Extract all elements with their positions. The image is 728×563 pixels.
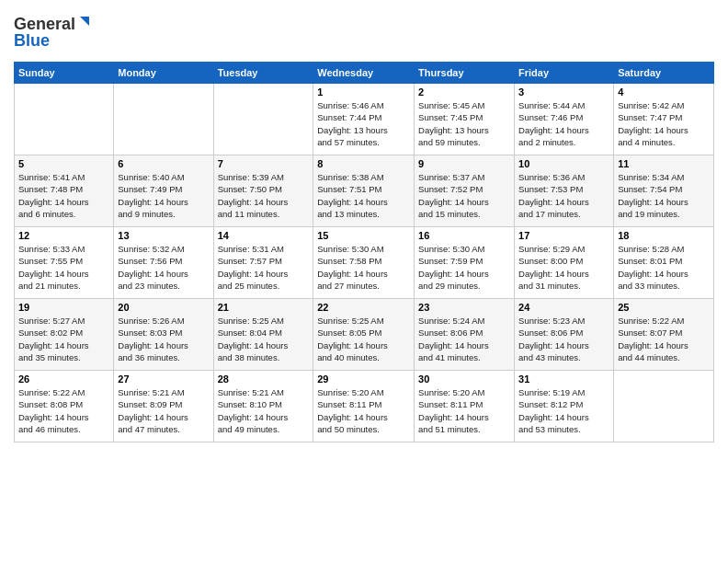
table-row: 4Sunrise: 5:42 AMSunset: 7:47 PMDaylight…: [614, 84, 714, 155]
logo: General Blue: [14, 9, 97, 54]
day-info: Sunrise: 5:41 AMSunset: 7:48 PMDaylight:…: [18, 171, 109, 220]
header-thursday: Thursday: [415, 63, 515, 84]
table-row: 10Sunrise: 5:36 AMSunset: 7:53 PMDayligh…: [515, 155, 614, 227]
table-row: 19Sunrise: 5:27 AMSunset: 8:02 PMDayligh…: [15, 299, 114, 371]
day-number: 5: [18, 158, 109, 169]
table-row: 11Sunrise: 5:34 AMSunset: 7:54 PMDayligh…: [614, 155, 714, 227]
day-number: 10: [518, 158, 609, 169]
week-row-1: 5Sunrise: 5:41 AMSunset: 7:48 PMDaylight…: [15, 155, 714, 227]
day-number: 19: [18, 302, 109, 313]
table-row: 9Sunrise: 5:37 AMSunset: 7:52 PMDaylight…: [415, 155, 515, 227]
header-monday: Monday: [114, 63, 213, 84]
table-row: 13Sunrise: 5:32 AMSunset: 7:56 PMDayligh…: [114, 227, 213, 299]
day-info: Sunrise: 5:38 AMSunset: 7:51 PMDaylight:…: [317, 171, 410, 220]
table-row: 1Sunrise: 5:46 AMSunset: 7:44 PMDaylight…: [313, 84, 415, 155]
week-row-2: 12Sunrise: 5:33 AMSunset: 7:55 PMDayligh…: [15, 227, 714, 299]
table-row: 25Sunrise: 5:22 AMSunset: 8:07 PMDayligh…: [614, 299, 714, 371]
week-row-3: 19Sunrise: 5:27 AMSunset: 8:02 PMDayligh…: [15, 299, 714, 371]
day-info: Sunrise: 5:22 AMSunset: 8:07 PMDaylight:…: [618, 315, 710, 363]
day-number: 2: [418, 86, 510, 98]
table-row: 24Sunrise: 5:23 AMSunset: 8:06 PMDayligh…: [515, 299, 614, 371]
day-info: Sunrise: 5:19 AMSunset: 8:12 PMDaylight:…: [518, 386, 609, 435]
day-info: Sunrise: 5:42 AMSunset: 7:47 PMDaylight:…: [618, 99, 710, 148]
svg-text:General: General: [14, 15, 75, 33]
page: General Blue Sunday Monday Tuesday Wedne…: [0, 0, 728, 563]
day-info: Sunrise: 5:39 AMSunset: 7:50 PMDaylight:…: [218, 171, 310, 220]
table-row: 12Sunrise: 5:33 AMSunset: 7:55 PMDayligh…: [15, 227, 114, 299]
day-info: Sunrise: 5:40 AMSunset: 7:49 PMDaylight:…: [118, 171, 209, 220]
table-row: 30Sunrise: 5:20 AMSunset: 8:11 PMDayligh…: [415, 371, 515, 442]
day-number: 18: [618, 230, 710, 241]
day-number: 3: [518, 86, 609, 98]
day-info: Sunrise: 5:45 AMSunset: 7:45 PMDaylight:…: [418, 99, 510, 148]
day-number: 24: [518, 302, 609, 313]
day-info: Sunrise: 5:29 AMSunset: 8:00 PMDaylight:…: [518, 243, 609, 292]
day-info: Sunrise: 5:32 AMSunset: 7:56 PMDaylight:…: [118, 243, 209, 292]
day-number: 12: [18, 230, 109, 241]
table-row: 23Sunrise: 5:24 AMSunset: 8:06 PMDayligh…: [415, 299, 515, 371]
day-info: Sunrise: 5:28 AMSunset: 8:01 PMDaylight:…: [618, 243, 710, 292]
day-info: Sunrise: 5:30 AMSunset: 7:58 PMDaylight:…: [317, 243, 410, 292]
day-number: 9: [418, 158, 510, 169]
day-number: 29: [317, 373, 410, 385]
day-number: 7: [218, 158, 310, 169]
day-number: 16: [418, 230, 510, 241]
day-number: 15: [317, 230, 410, 241]
table-row: [114, 84, 213, 155]
day-number: 17: [518, 230, 609, 241]
table-row: [614, 371, 714, 442]
day-number: 4: [618, 86, 710, 98]
day-number: 13: [118, 230, 209, 241]
table-row: 20Sunrise: 5:26 AMSunset: 8:03 PMDayligh…: [114, 299, 213, 371]
week-row-4: 26Sunrise: 5:22 AMSunset: 8:08 PMDayligh…: [15, 371, 714, 442]
day-info: Sunrise: 5:20 AMSunset: 8:11 PMDaylight:…: [317, 386, 410, 435]
day-number: 25: [618, 302, 710, 313]
table-row: 18Sunrise: 5:28 AMSunset: 8:01 PMDayligh…: [614, 227, 714, 299]
table-row: 6Sunrise: 5:40 AMSunset: 7:49 PMDaylight…: [114, 155, 213, 227]
day-info: Sunrise: 5:27 AMSunset: 8:02 PMDaylight:…: [18, 315, 109, 363]
day-info: Sunrise: 5:21 AMSunset: 8:09 PMDaylight:…: [118, 386, 209, 435]
table-row: 31Sunrise: 5:19 AMSunset: 8:12 PMDayligh…: [515, 371, 614, 442]
table-row: 5Sunrise: 5:41 AMSunset: 7:48 PMDaylight…: [15, 155, 114, 227]
day-info: Sunrise: 5:34 AMSunset: 7:54 PMDaylight:…: [618, 171, 710, 220]
day-number: 23: [418, 302, 510, 313]
header-saturday: Saturday: [614, 63, 714, 84]
day-info: Sunrise: 5:33 AMSunset: 7:55 PMDaylight:…: [18, 243, 109, 292]
day-info: Sunrise: 5:44 AMSunset: 7:46 PMDaylight:…: [518, 99, 609, 148]
day-info: Sunrise: 5:25 AMSunset: 8:04 PMDaylight:…: [218, 315, 310, 363]
day-number: 14: [218, 230, 310, 241]
table-row: 8Sunrise: 5:38 AMSunset: 7:51 PMDaylight…: [313, 155, 415, 227]
day-info: Sunrise: 5:23 AMSunset: 8:06 PMDaylight:…: [518, 315, 609, 363]
day-info: Sunrise: 5:46 AMSunset: 7:44 PMDaylight:…: [317, 99, 410, 148]
header: General Blue: [14, 9, 714, 54]
svg-marker-1: [80, 17, 89, 26]
day-info: Sunrise: 5:22 AMSunset: 8:08 PMDaylight:…: [18, 386, 109, 435]
day-number: 8: [317, 158, 410, 169]
table-row: 17Sunrise: 5:29 AMSunset: 8:00 PMDayligh…: [515, 227, 614, 299]
table-row: 3Sunrise: 5:44 AMSunset: 7:46 PMDaylight…: [515, 84, 614, 155]
table-row: 14Sunrise: 5:31 AMSunset: 7:57 PMDayligh…: [213, 227, 313, 299]
day-number: 27: [118, 373, 209, 385]
table-row: 27Sunrise: 5:21 AMSunset: 8:09 PMDayligh…: [114, 371, 213, 442]
table-row: 21Sunrise: 5:25 AMSunset: 8:04 PMDayligh…: [213, 299, 313, 371]
calendar-table: Sunday Monday Tuesday Wednesday Thursday…: [14, 62, 714, 442]
day-number: 31: [518, 373, 609, 385]
week-row-0: 1Sunrise: 5:46 AMSunset: 7:44 PMDaylight…: [15, 84, 714, 155]
day-info: Sunrise: 5:24 AMSunset: 8:06 PMDaylight:…: [418, 315, 510, 363]
table-row: [213, 84, 313, 155]
day-info: Sunrise: 5:26 AMSunset: 8:03 PMDaylight:…: [118, 315, 209, 363]
day-info: Sunrise: 5:20 AMSunset: 8:11 PMDaylight:…: [418, 386, 510, 435]
header-sunday: Sunday: [15, 63, 114, 84]
table-row: 16Sunrise: 5:30 AMSunset: 7:59 PMDayligh…: [415, 227, 515, 299]
day-number: 20: [118, 302, 209, 313]
table-row: 2Sunrise: 5:45 AMSunset: 7:45 PMDaylight…: [415, 84, 515, 155]
logo-icon: General Blue: [14, 9, 97, 51]
day-number: 26: [18, 373, 109, 385]
table-row: 28Sunrise: 5:21 AMSunset: 8:10 PMDayligh…: [213, 371, 313, 442]
table-row: [15, 84, 114, 155]
header-friday: Friday: [515, 63, 614, 84]
table-row: 7Sunrise: 5:39 AMSunset: 7:50 PMDaylight…: [213, 155, 313, 227]
day-number: 11: [618, 158, 710, 169]
weekday-header-row: Sunday Monday Tuesday Wednesday Thursday…: [15, 63, 714, 84]
day-number: 22: [317, 302, 410, 313]
